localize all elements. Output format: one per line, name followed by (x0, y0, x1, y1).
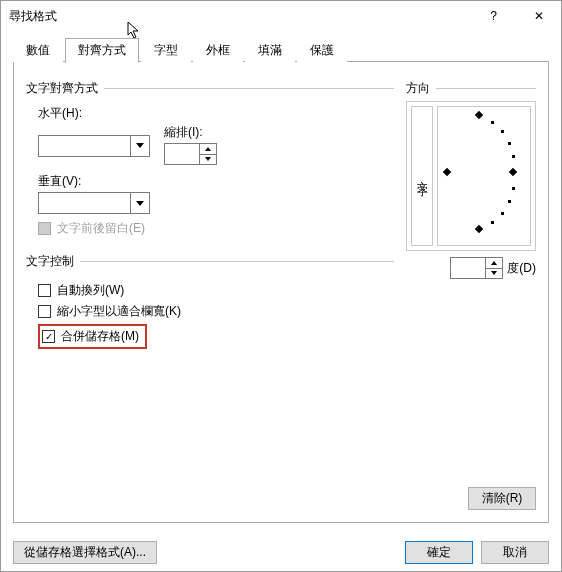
dialog-footer: 從儲存格選擇格式(A)... 確定 取消 (1, 533, 561, 571)
tab-border[interactable]: 外框 (193, 38, 243, 62)
tab-page: 文字對齊方式 水平(H): 縮排(I): (13, 62, 549, 523)
text-control-group: 文字控制 自動換列(W) 縮小字型以適合欄寬(K) (26, 253, 394, 357)
spin-down-icon[interactable] (486, 268, 502, 279)
help-button[interactable]: ? (471, 1, 516, 31)
spin-up-icon[interactable] (486, 258, 502, 268)
highlight-box: ✓ 合併儲存格(M) (38, 324, 147, 349)
chevron-down-icon (130, 193, 149, 213)
close-button[interactable]: ✕ (516, 1, 561, 31)
choose-from-cell-button[interactable]: 從儲存格選擇格式(A)... (13, 541, 157, 564)
justify-distributed-checkbox: 文字前後留白(E) (38, 220, 394, 237)
checkbox-label: 合併儲存格(M) (61, 328, 139, 345)
merge-cells-checkbox[interactable]: ✓ (42, 330, 55, 343)
orientation-group: 方向 文字 (406, 80, 536, 279)
degrees-label: 度(D) (507, 260, 536, 277)
clear-button[interactable]: 清除(R) (468, 487, 536, 510)
window-title: 尋找格式 (9, 8, 471, 25)
ok-button[interactable]: 確定 (405, 541, 473, 564)
vertical-label: 垂直(V): (38, 173, 394, 190)
indent-spinner[interactable] (164, 143, 217, 165)
help-icon: ? (490, 9, 497, 23)
spin-up-icon[interactable] (200, 144, 216, 154)
checkbox-icon (38, 222, 51, 235)
content: 數值 對齊方式 字型 外框 填滿 保護 文字對齊方式 水平(H): (1, 31, 561, 533)
degrees-spinner[interactable] (450, 257, 503, 279)
checkbox-label: 自動換列(W) (57, 282, 124, 299)
tabs: 數值 對齊方式 字型 外框 填滿 保護 (13, 37, 549, 62)
spin-down-icon[interactable] (200, 154, 216, 165)
vertical-combo[interactable] (38, 192, 150, 214)
vertical-text-button[interactable]: 文字 (411, 106, 433, 246)
text-alignment-group: 文字對齊方式 水平(H): 縮排(I): (26, 80, 394, 245)
tab-font[interactable]: 字型 (141, 38, 191, 62)
indent-label: 縮排(I): (164, 124, 217, 141)
checkbox-icon (38, 305, 51, 318)
group-label: 方向 (406, 80, 436, 97)
tab-protection[interactable]: 保護 (297, 38, 347, 62)
cancel-button[interactable]: 取消 (481, 541, 549, 564)
group-label: 文字對齊方式 (26, 80, 104, 97)
checkbox-label: 縮小字型以適合欄寬(K) (57, 303, 181, 320)
chevron-down-icon (130, 136, 149, 156)
checkbox-icon (38, 284, 51, 297)
shrink-to-fit-checkbox[interactable]: 縮小字型以適合欄寬(K) (38, 303, 394, 320)
horizontal-label: 水平(H): (38, 105, 394, 122)
horizontal-combo[interactable] (38, 135, 150, 157)
orientation-dial[interactable] (437, 106, 531, 246)
wrap-text-checkbox[interactable]: 自動換列(W) (38, 282, 394, 299)
find-format-dialog: 尋找格式 ? ✕ 數值 對齊方式 字型 外框 填滿 保護 文字對齊方式 水平(H… (0, 0, 562, 572)
check-icon: ✓ (45, 332, 53, 342)
tab-number[interactable]: 數值 (13, 38, 63, 62)
tab-alignment[interactable]: 對齊方式 (65, 38, 139, 63)
group-label: 文字控制 (26, 253, 80, 270)
checkbox-label: 文字前後留白(E) (57, 220, 145, 237)
close-icon: ✕ (534, 9, 544, 23)
merge-cells-row: ✓ 合併儲存格(M) (38, 324, 394, 349)
tab-fill[interactable]: 填滿 (245, 38, 295, 62)
titlebar: 尋找格式 ? ✕ (1, 1, 561, 31)
